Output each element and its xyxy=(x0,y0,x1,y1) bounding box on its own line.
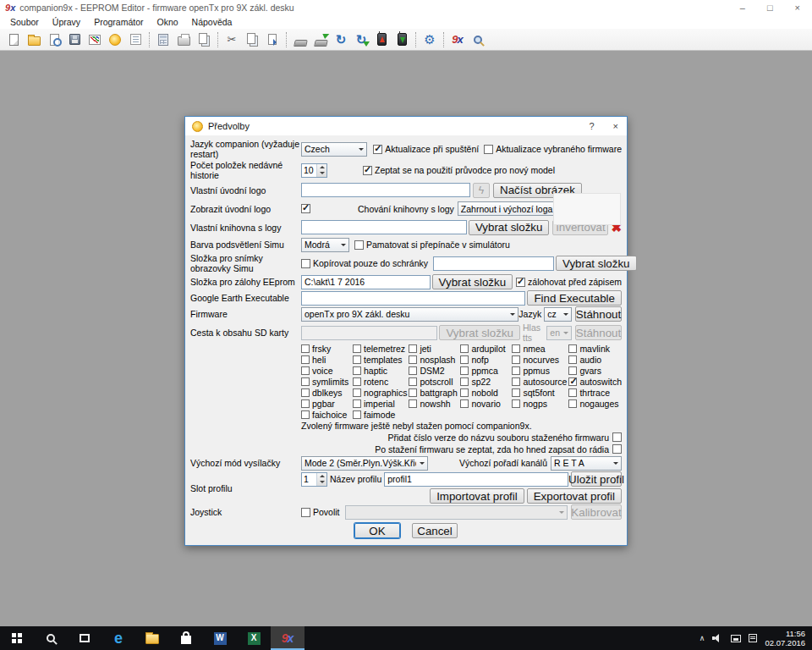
heli-checkbox[interactable] xyxy=(301,355,310,364)
update-firmware-checkbox[interactable] xyxy=(484,145,493,154)
joystick-enable-checkbox[interactable] xyxy=(301,508,310,517)
jeti-checkbox[interactable] xyxy=(409,344,417,353)
cut-icon[interactable]: ✂ xyxy=(222,30,242,49)
write-eeprom-file-icon[interactable]: ↻ xyxy=(351,30,371,49)
mavlink-checkbox[interactable] xyxy=(568,344,577,353)
splash-library-input[interactable] xyxy=(301,220,467,234)
nobold-checkbox[interactable] xyxy=(460,388,469,397)
store-icon[interactable] xyxy=(169,626,203,650)
dialog-close-button[interactable]: × xyxy=(613,121,618,131)
ok-button[interactable]: OK xyxy=(354,523,400,538)
browse-library-button[interactable]: Vybrat složku xyxy=(469,220,550,235)
faimode-checkbox[interactable] xyxy=(353,410,361,419)
action-center-icon[interactable] xyxy=(749,634,757,642)
companion9x-logo-icon[interactable]: 9x xyxy=(447,30,468,49)
gvars-checkbox[interactable] xyxy=(568,366,577,375)
show-splash-checkbox[interactable] xyxy=(301,204,310,213)
wizard-checkbox[interactable] xyxy=(363,166,372,175)
nographics-checkbox[interactable] xyxy=(353,388,361,397)
stick-mode-select[interactable]: Mode 2 (Směr.Plyn.Výšk.Křid) xyxy=(301,456,428,471)
copy-icon[interactable] xyxy=(242,30,262,49)
export-profile-button[interactable]: Exportovat profil xyxy=(527,488,622,504)
file-explorer-icon[interactable] xyxy=(135,626,169,650)
read-radio-icon[interactable] xyxy=(371,30,392,49)
download-firmware-button[interactable]: Stáhnout xyxy=(575,306,622,322)
calibrate-button[interactable]: Kalibrovat xyxy=(571,504,622,520)
stepper-arrows-icon[interactable] xyxy=(316,164,326,177)
new-file-icon[interactable] xyxy=(3,30,24,49)
sp22-checkbox[interactable] xyxy=(460,377,469,386)
ppmus-checkbox[interactable] xyxy=(512,366,520,375)
backlight-color-select[interactable]: Modrá xyxy=(301,238,349,252)
logo-editor-icon[interactable] xyxy=(85,30,105,49)
pgbar-checkbox[interactable] xyxy=(301,399,310,408)
menu-upravy[interactable]: Úpravy xyxy=(46,17,87,27)
browse-sdcard-button[interactable]: Vybrat složku xyxy=(439,325,520,340)
rotenc-checkbox[interactable] xyxy=(353,377,361,386)
profile-slot-stepper[interactable]: 1 xyxy=(301,472,327,487)
preview-icon[interactable] xyxy=(44,30,64,49)
imperial-checkbox[interactable] xyxy=(353,399,361,408)
word-icon[interactable]: W xyxy=(203,626,237,650)
compare-icon[interactable] xyxy=(194,30,214,49)
simulate-icon[interactable] xyxy=(105,30,125,49)
history-count-stepper[interactable]: 10 xyxy=(301,163,327,178)
joystick-select[interactable] xyxy=(345,505,568,520)
telemetrez-checkbox[interactable] xyxy=(353,344,361,353)
save-icon[interactable] xyxy=(64,30,85,49)
symlimits-checkbox[interactable] xyxy=(301,377,310,386)
nogps-checkbox[interactable] xyxy=(512,399,520,408)
flash-after-download-checkbox[interactable] xyxy=(612,444,622,454)
save-profile-button[interactable]: Uložit profil xyxy=(571,471,622,487)
excel-icon[interactable]: X xyxy=(237,626,271,650)
clipboard-only-checkbox[interactable] xyxy=(301,259,310,268)
menu-soubor[interactable]: Soubor xyxy=(3,17,46,27)
frsky-checkbox[interactable] xyxy=(301,344,310,353)
minimize-button[interactable]: – xyxy=(740,3,745,13)
configure-icon[interactable]: ⚙ xyxy=(420,30,440,49)
faichoice-checkbox[interactable] xyxy=(301,410,310,419)
network-icon[interactable] xyxy=(731,635,741,642)
paste-icon[interactable] xyxy=(262,30,283,49)
DSM2-checkbox[interactable] xyxy=(409,366,417,375)
start-button[interactable] xyxy=(0,626,34,650)
channel-order-select[interactable]: R E T A xyxy=(551,456,622,471)
download-voice-button[interactable]: Stáhnout xyxy=(575,325,622,340)
close-button[interactable]: × xyxy=(795,3,800,13)
find-executable-button[interactable]: Find Executable xyxy=(527,290,622,306)
sdcard-path-input[interactable] xyxy=(301,326,437,340)
taskbar-clock[interactable]: 11:56 02.07.2016 xyxy=(765,629,805,647)
browse-screenshots-button[interactable]: Vybrat složku xyxy=(556,256,637,271)
battgraph-checkbox[interactable] xyxy=(409,388,417,397)
thrtrace-checkbox[interactable] xyxy=(568,388,577,397)
search-button[interactable] xyxy=(34,626,68,650)
companion9x-taskbar-icon[interactable]: 9x xyxy=(271,626,304,650)
update-on-start-checkbox[interactable] xyxy=(373,145,382,154)
nowshh-checkbox[interactable] xyxy=(409,399,417,408)
tray-chevron-icon[interactable]: ∧ xyxy=(700,634,705,642)
task-view-button[interactable] xyxy=(68,626,102,650)
screenshots-path-input[interactable] xyxy=(433,256,554,271)
novario-checkbox[interactable] xyxy=(460,399,469,408)
sqt5font-checkbox[interactable] xyxy=(512,388,520,397)
open-file-icon[interactable] xyxy=(24,30,44,49)
options-list-icon[interactable] xyxy=(125,30,145,49)
menu-programator[interactable]: Programátor xyxy=(87,17,150,27)
dblkeys-checkbox[interactable] xyxy=(301,388,310,397)
remember-switches-checkbox[interactable] xyxy=(354,240,364,250)
autoswitch-checkbox[interactable] xyxy=(568,377,577,386)
browse-backup-button[interactable]: Vybrat složku xyxy=(432,274,513,289)
nofp-checkbox[interactable] xyxy=(460,355,469,364)
backup-path-input[interactable] xyxy=(301,275,431,289)
read-eeprom-icon[interactable] xyxy=(290,30,310,49)
read-eeprom-file-icon[interactable]: ↻ xyxy=(331,30,351,49)
voice-checkbox[interactable] xyxy=(301,366,310,375)
ppmca-checkbox[interactable] xyxy=(460,366,469,375)
templates-checkbox[interactable] xyxy=(353,355,361,364)
screenshot-icon[interactable] xyxy=(468,30,488,49)
write-radio-icon[interactable] xyxy=(392,30,412,49)
haptic-checkbox[interactable] xyxy=(353,366,361,375)
menu-napoveda[interactable]: Nápověda xyxy=(185,17,239,27)
version-in-name-checkbox[interactable] xyxy=(612,432,622,442)
profile-name-input[interactable] xyxy=(384,472,568,487)
